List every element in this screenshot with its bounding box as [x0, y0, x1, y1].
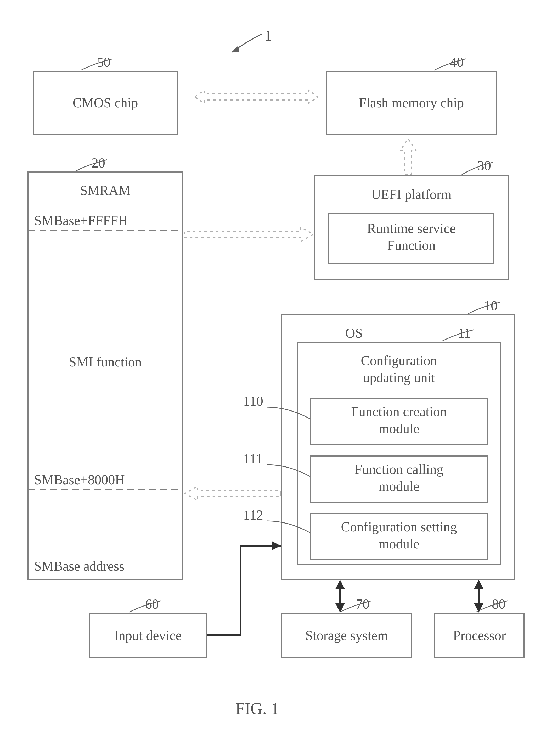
block-uefi-title: UEFI platform: [314, 186, 509, 203]
svg-marker-6: [335, 603, 345, 613]
block-smram-title: SMRAM: [27, 182, 183, 199]
block-smram: [27, 171, 183, 580]
smram-line-low-label: SMBase+8000H: [34, 471, 125, 488]
ref-80: 80: [492, 596, 505, 613]
block-os-title: OS: [345, 325, 362, 342]
ref-70: 70: [356, 596, 369, 613]
block-mod-set-title: Configuration setting module: [310, 518, 488, 552]
ref-60: 60: [145, 596, 159, 613]
ref-40: 40: [450, 54, 464, 71]
svg-marker-0: [232, 46, 240, 52]
block-input-title: Input device: [89, 627, 207, 644]
figure-1: 1 CMOS chip 50 Flash memory chip 40 SMRA…: [0, 0, 541, 756]
smram-base-address: SMBase address: [34, 558, 124, 575]
svg-marker-5: [335, 580, 345, 589]
svg-marker-9: [474, 603, 483, 613]
ref-10: 10: [484, 297, 498, 314]
svg-marker-8: [474, 580, 483, 589]
block-mod-call-title: Function calling module: [310, 461, 488, 495]
ref-30: 30: [477, 157, 491, 174]
block-runtime-service-title: Runtime service Function: [328, 220, 494, 254]
svg-marker-3: [272, 541, 281, 550]
ref-112: 112: [243, 507, 263, 524]
ref-50: 50: [97, 54, 110, 71]
ref-110: 110: [243, 393, 263, 410]
block-config-unit-title: Configuration updating unit: [297, 352, 501, 386]
block-flash-title: Flash memory chip: [326, 94, 497, 111]
block-mod-create-title: Function creation module: [310, 403, 488, 437]
block-cmos-title: CMOS chip: [33, 94, 178, 111]
block-processor-title: Processor: [434, 627, 525, 644]
ref-111: 111: [243, 450, 263, 467]
smram-smi-function: SMI function: [27, 353, 183, 370]
smram-line-top-label: SMBase+FFFFH: [34, 212, 128, 229]
ref-11: 11: [458, 325, 471, 342]
figure-caption: FIG. 1: [236, 699, 279, 718]
figure-main-ref: 1: [264, 26, 272, 45]
block-storage-title: Storage system: [281, 627, 412, 644]
ref-20: 20: [92, 154, 105, 171]
